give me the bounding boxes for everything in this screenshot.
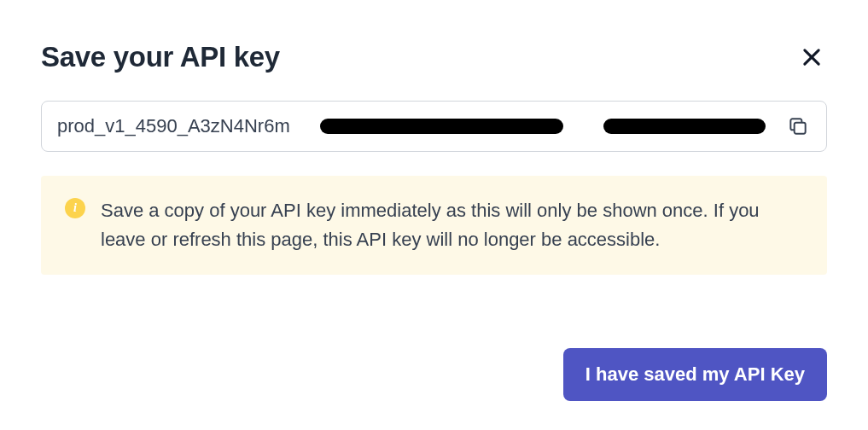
close-icon [800,45,824,69]
api-key-value[interactable]: prod_v1_4590_A3zN4Nr6m [57,115,290,137]
dialog-header: Save your API key [41,41,827,73]
svg-rect-2 [795,123,806,134]
warning-text: Save a copy of your API key immediately … [101,196,803,254]
save-api-key-dialog: Save your API key prod_v1_4590_A3zN4Nr6m… [0,0,868,430]
confirm-saved-button[interactable]: I have saved my API Key [563,348,827,401]
redaction-bar [320,119,563,134]
dialog-footer: I have saved my API Key [563,348,827,401]
warning-notice: i Save a copy of your API key immediatel… [41,176,827,275]
info-icon: i [65,198,85,218]
copy-button[interactable] [785,113,811,139]
api-key-value-container: prod_v1_4590_A3zN4Nr6m [57,114,775,138]
api-key-field: prod_v1_4590_A3zN4Nr6m [41,101,827,152]
copy-icon [787,115,809,137]
redaction-bar [603,119,766,134]
dialog-title: Save your API key [41,41,280,73]
close-button[interactable] [796,42,827,73]
